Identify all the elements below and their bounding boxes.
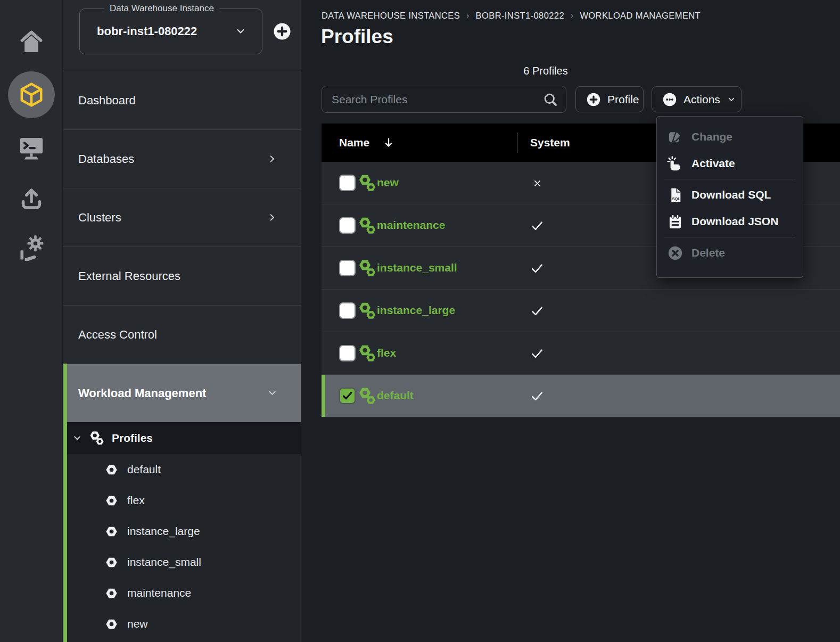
sidebar-menu: DashboardDatabasesClustersExternal Resou… [63,71,301,422]
menu-item-label: Delete [691,246,725,259]
chevron-down-icon [235,26,246,37]
sidebar-profile-instance_large[interactable]: instance_large [63,516,301,547]
sidebar-item-workload-management[interactable]: Workload Management [63,364,301,422]
chevron-down-icon [72,433,82,443]
row-checkbox[interactable] [339,175,356,191]
menu-item-download-json[interactable]: Download JSON [657,208,803,235]
sql-file-icon: SQL [667,187,683,203]
profile-icon [104,493,119,508]
home-icon [17,28,46,56]
breadcrumb-item[interactable]: DATA WAREHOUSE INSTANCES [322,11,460,21]
profiles-icon [358,174,377,193]
table-row-default[interactable]: default [322,375,840,417]
chevron-down-icon [267,388,277,398]
menu-divider [664,179,795,179]
row-checkbox[interactable] [339,260,356,276]
actions-button[interactable]: Actions [652,86,742,112]
profile-tree-label: new [127,618,148,630]
profile-name-link[interactable]: flex [377,347,396,359]
sidebar-item-profiles[interactable]: Profiles [63,422,301,454]
sidebar-item-access-control[interactable]: Access Control [63,305,301,364]
rail-item-home[interactable] [17,28,46,56]
row-checkbox[interactable] [339,217,356,234]
sidebar-item-external-resources[interactable]: External Resources [63,246,301,305]
sidebar-item-dashboard[interactable]: Dashboard [63,71,301,129]
breadcrumb-item[interactable]: WORKLOAD MANAGEMENT [580,11,701,21]
profile-tree-label: maintenance [127,587,191,599]
row-checkbox[interactable] [339,302,356,319]
sidebar-item-databases[interactable]: Databases [63,129,301,188]
instance-selector[interactable]: Data Warehouse Instance bobr-inst1-08022… [79,9,262,54]
menu-item-activate[interactable]: Activate [657,150,803,177]
system-check-icon [527,388,547,405]
sidebar-item-label: Clusters [78,211,121,225]
rail-item-services[interactable] [17,234,46,264]
sidebar-profile-default[interactable]: default [63,454,301,485]
name-column-label: Name [339,136,369,149]
profiles-icon [358,301,377,320]
rail-item-cube[interactable] [8,71,55,118]
column-header-name[interactable]: Name [339,136,395,149]
profile-name-link[interactable]: new [377,176,399,189]
search-box [322,86,566,113]
breadcrumb-separator: › [571,11,573,20]
menu-divider [664,237,795,237]
profile-name-link[interactable]: instance_large [377,304,455,317]
sidebar-profile-instance_small[interactable]: instance_small [63,547,301,578]
profile-icon [104,555,119,570]
profile-tree-label: instance_large [127,525,200,538]
column-divider [517,133,517,153]
sidebar-item-label: Access Control [78,328,157,342]
profiles-tree: Profiles defaultflexinstance_largeinstan… [63,422,301,642]
sidebar-profile-maintenance[interactable]: maintenance [63,578,301,608]
sidebar-profile-new[interactable]: new [63,608,301,639]
profiles-icon [358,386,377,406]
page-title: Profiles [321,26,393,48]
icon-rail [0,0,63,642]
menu-item-download-sql[interactable]: SQLDownload SQL [657,182,803,208]
profile-icon [104,617,119,631]
profile-name-link[interactable]: maintenance [377,219,445,232]
profiles-icon [358,216,377,235]
sidebar-profile-flex[interactable]: flex [63,485,301,516]
services-icon [17,234,46,264]
main-content: DATA WAREHOUSE INSTANCES›BOBR-INST1-0802… [302,0,840,642]
system-check-icon [527,345,547,362]
breadcrumb-separator: › [466,11,469,20]
chevron-right-icon [267,212,277,223]
search-input[interactable] [332,93,542,106]
instance-selector-value: bobr-inst1-080222 [97,24,197,38]
sidebar-item-label: External Resources [78,269,180,283]
sidebar: Data Warehouse Instance bobr-inst1-08022… [63,0,301,642]
profile-name-link[interactable]: default [377,389,414,402]
rail-item-terminal[interactable] [17,133,46,162]
profiles-icon [358,259,377,278]
upload-icon [18,185,45,212]
menu-item-change: Change [657,124,803,150]
profile-tree-label: instance_small [127,556,201,569]
profiles-count: 6 Profiles [322,65,770,77]
breadcrumb-item[interactable]: BOBR-INST1-080222 [476,11,564,21]
rail-item-upload[interactable] [18,185,45,212]
profiles-icon [89,430,105,446]
menu-item-label: Download JSON [691,215,778,228]
profile-name-link[interactable]: instance_small [377,261,457,274]
add-profile-button[interactable]: Profile [575,86,644,112]
row-checkbox[interactable] [339,388,356,404]
sidebar-item-label: Databases [78,152,134,166]
chevron-right-icon [267,154,277,164]
delete-icon [667,245,683,261]
row-checkbox[interactable] [339,345,356,361]
table-row-flex[interactable]: flex [322,332,840,375]
ellipsis-circle-icon [662,92,678,108]
system-x-icon [527,175,547,192]
edit-icon [667,129,683,145]
instance-selector-label: Data Warehouse Instance [104,3,219,14]
sidebar-item-clusters[interactable]: Clusters [63,188,301,246]
add-instance-button[interactable] [272,21,292,42]
profile-tree-label: default [127,463,161,476]
table-row-instance_large[interactable]: instance_large [322,290,840,332]
breadcrumb: DATA WAREHOUSE INSTANCES›BOBR-INST1-0802… [322,11,701,21]
system-check-icon [527,217,547,234]
menu-item-label: Download SQL [691,188,771,201]
